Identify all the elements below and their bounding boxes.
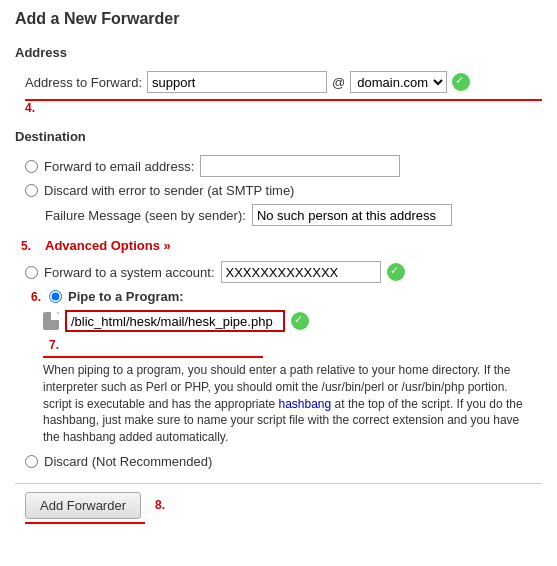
divider: [15, 483, 542, 484]
domain-select[interactable]: domain.com: [350, 71, 447, 93]
address-check-icon: [452, 73, 470, 91]
forward-email-radio[interactable]: [25, 160, 38, 173]
address-field-row: Address to Forward: @ domain.com: [25, 71, 542, 93]
destination-section: Destination Forward to email address: Di…: [15, 129, 542, 226]
pipe-section: 6. Pipe to a Program: 7. When piping to …: [25, 289, 542, 446]
forward-email-input[interactable]: [200, 155, 400, 177]
destination-section-header: Destination: [15, 129, 542, 147]
system-account-row: Forward to a system account:: [25, 261, 542, 283]
pipe-row: 6. Pipe to a Program:: [25, 289, 542, 304]
failure-message-row: Failure Message (seen by sender):: [45, 204, 542, 226]
failure-message-label: Failure Message (seen by sender):: [45, 208, 246, 223]
discard-row: Discard (Not Recommended): [25, 454, 542, 469]
file-icon: [43, 312, 59, 330]
advanced-options-section: 5. Advanced Options » Forward to a syste…: [15, 238, 542, 469]
hashbang-link[interactable]: hashbang: [278, 397, 331, 411]
annotation-4: 4.: [25, 101, 542, 115]
pipe-path-red-line: [43, 356, 263, 358]
annotation-6: 6.: [31, 290, 41, 304]
address-to-forward-input[interactable]: [147, 71, 327, 93]
address-section-header: Address: [15, 45, 542, 63]
add-forwarder-red-line: [25, 522, 145, 524]
discard-error-label: Discard with error to sender (at SMTP ti…: [44, 183, 294, 198]
discard-radio[interactable]: [25, 455, 38, 468]
system-account-radio[interactable]: [25, 266, 38, 279]
discard-error-row: Discard with error to sender (at SMTP ti…: [25, 183, 542, 198]
add-forwarder-button[interactable]: Add Forwarder: [25, 492, 141, 519]
annotation-7: 7.: [49, 338, 59, 352]
pipe-check-icon: [291, 312, 309, 330]
advanced-options-link[interactable]: Advanced Options »: [45, 238, 171, 253]
system-account-check-icon: [387, 263, 405, 281]
pipe-description: When piping to a program, you should ent…: [43, 362, 533, 446]
discard-error-radio[interactable]: [25, 184, 38, 197]
forward-email-label: Forward to email address:: [44, 159, 194, 174]
annotation-5: 5.: [21, 239, 31, 253]
add-forwarder-row: Add Forwarder 8.: [15, 492, 542, 519]
page-container: Add a New Forwarder Address Address to F…: [0, 0, 557, 539]
annotation-8: 8.: [155, 498, 165, 512]
pipe-path-input[interactable]: [65, 310, 285, 332]
page-title: Add a New Forwarder: [15, 10, 542, 33]
discard-label: Discard (Not Recommended): [44, 454, 212, 469]
address-section: Address Address to Forward: @ domain.com…: [15, 45, 542, 115]
address-to-forward-label: Address to Forward:: [25, 75, 142, 90]
pipe-label: Pipe to a Program:: [68, 289, 184, 304]
advanced-options-row: 5. Advanced Options »: [15, 238, 542, 253]
pipe-radio[interactable]: [49, 290, 62, 303]
at-sign: @: [332, 75, 345, 90]
forward-email-row: Forward to email address:: [25, 155, 542, 177]
pipe-input-row: [43, 310, 542, 332]
failure-message-input[interactable]: [252, 204, 452, 226]
system-account-input[interactable]: [221, 261, 381, 283]
system-account-label: Forward to a system account:: [44, 265, 215, 280]
